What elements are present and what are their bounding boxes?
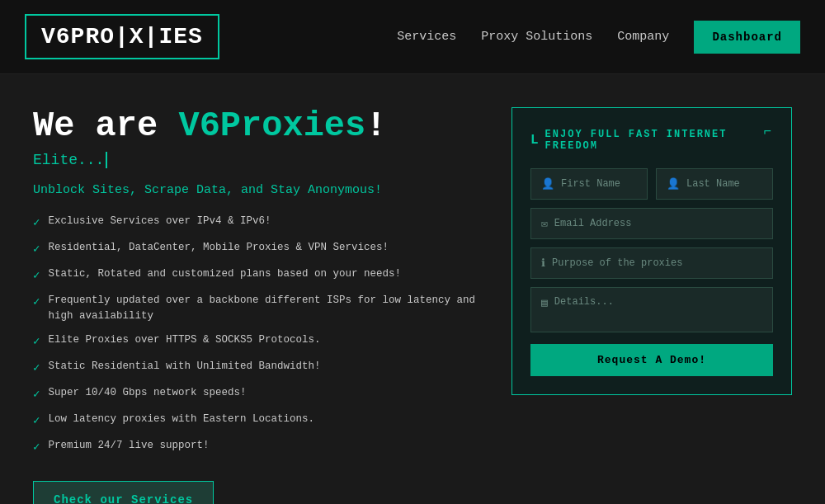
logo-v6: V6 xyxy=(41,24,71,49)
feature-text: Low latency proxies with Eastern Locatio… xyxy=(48,412,314,427)
feature-text: Premium 24/7 live support! xyxy=(48,438,209,454)
features-list: ✓Exclusive Services over IPv4 & IPv6! ✓R… xyxy=(33,214,478,456)
list-item: ✓Frequently updated over a backbone diff… xyxy=(33,293,478,324)
check-icon: ✓ xyxy=(33,267,40,285)
first-name-input[interactable] xyxy=(561,178,637,190)
feature-text: Frequently updated over a backbone diffe… xyxy=(48,293,478,324)
feature-text: Exclusive Services over IPv4 & IPv6! xyxy=(48,214,271,229)
details-field[interactable]: ▤ xyxy=(530,287,773,332)
check-icon: ✓ xyxy=(33,360,40,377)
hero-sub-text: Elite... xyxy=(33,152,104,168)
check-icon: ✓ xyxy=(33,386,40,403)
person-icon: 👤 xyxy=(667,177,680,191)
hero-title: We are V6Proxies! xyxy=(33,107,478,145)
dashboard-button[interactable]: Dashboard xyxy=(694,21,800,54)
list-item: ✓Static Residential with Unlimited Bandw… xyxy=(33,359,478,377)
hero-title-accent: V6Proxies xyxy=(178,106,365,146)
navbar: V6PRO|X|IES Services Proxy Solutions Com… xyxy=(0,0,825,74)
first-name-field[interactable]: 👤 xyxy=(530,168,648,200)
request-demo-button[interactable]: Request A Demo! xyxy=(530,344,773,376)
list-item: ✓Exclusive Services over IPv4 & IPv6! xyxy=(33,214,478,232)
check-icon: ✓ xyxy=(33,333,40,351)
name-row: 👤 👤 xyxy=(530,168,773,200)
info-icon: ℹ xyxy=(541,257,545,270)
hero-title-suffix: ! xyxy=(365,106,386,146)
purpose-input[interactable] xyxy=(552,257,762,269)
purpose-field[interactable]: ℹ xyxy=(530,247,773,279)
hero-tagline: Unblock Sites, Scrape Data, and Stay Ano… xyxy=(33,183,478,197)
email-input[interactable] xyxy=(554,218,762,229)
feature-text: Static Residential with Unlimited Bandwi… xyxy=(48,359,320,374)
feature-text: Static, Rotated and customized plans bas… xyxy=(48,266,401,282)
check-icon: ✓ xyxy=(33,412,40,430)
hero-title-prefix: We are xyxy=(33,106,178,146)
contact-form: ENJOY FULL FAST INTERNET FREEDOM 👤 👤 ✉ ℹ… xyxy=(512,107,792,395)
check-icon: ✓ xyxy=(33,294,40,311)
logo[interactable]: V6PRO|X|IES xyxy=(25,14,219,59)
list-item: ✓Premium 24/7 live support! xyxy=(33,438,478,456)
left-column: We are V6Proxies! Elite... Unblock Sites… xyxy=(33,107,478,504)
main-content: We are V6Proxies! Elite... Unblock Sites… xyxy=(0,74,825,504)
person-icon: 👤 xyxy=(541,177,554,191)
list-item: ✓Low latency proxies with Eastern Locati… xyxy=(33,412,478,430)
email-field[interactable]: ✉ xyxy=(530,208,773,239)
list-item: ✓Static, Rotated and customized plans ba… xyxy=(33,266,478,285)
details-input[interactable] xyxy=(554,296,762,329)
check-icon: ✓ xyxy=(33,214,40,232)
list-item: ✓Elite Proxies over HTTPS & SOCKS5 Proto… xyxy=(33,332,478,351)
cursor-blink xyxy=(106,152,107,168)
last-name-field[interactable]: 👤 xyxy=(656,168,773,200)
feature-text: Elite Proxies over HTTPS & SOCKS5 Protoc… xyxy=(48,332,320,348)
form-title: ENJOY FULL FAST INTERNET FREEDOM xyxy=(530,129,773,152)
logo-text: V6PRO|X|IES xyxy=(41,24,203,49)
list-item: ✓Super 10/40 Gbps network speeds! xyxy=(33,385,478,403)
nav-links: Services Proxy Solutions Company Dashboa… xyxy=(397,21,800,54)
check-icon: ✓ xyxy=(33,439,40,456)
email-icon: ✉ xyxy=(541,217,548,230)
nav-company[interactable]: Company xyxy=(617,30,669,44)
hero-subtitle: Elite... xyxy=(33,152,478,168)
list-item: ✓Residential, DataCenter, Mobile Proxies… xyxy=(33,240,478,258)
nav-proxy-solutions[interactable]: Proxy Solutions xyxy=(481,30,592,44)
last-name-input[interactable] xyxy=(686,178,762,190)
check-icon: ✓ xyxy=(33,241,40,258)
logo-rest: PRO|X|IES xyxy=(71,24,203,49)
form-title-text: ENJOY FULL FAST INTERNET FREEDOM xyxy=(545,129,773,152)
feature-text: Super 10/40 Gbps network speeds! xyxy=(48,385,246,401)
nav-services[interactable]: Services xyxy=(397,30,456,44)
check-services-button[interactable]: Check our Services xyxy=(33,481,214,504)
feature-text: Residential, DataCenter, Mobile Proxies … xyxy=(48,240,389,256)
details-icon: ▤ xyxy=(541,296,548,309)
